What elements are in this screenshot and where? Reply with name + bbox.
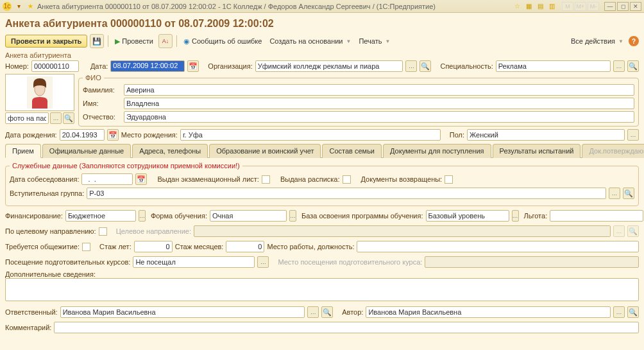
data-field[interactable]: 08.07.2009 12:00:02 (110, 60, 185, 72)
docs-returned-checkbox[interactable] (445, 175, 453, 184)
sex-picker[interactable]: … (627, 129, 639, 141)
target-checkbox[interactable] (99, 227, 107, 236)
mplus-button[interactable]: M+ (575, 2, 586, 11)
prep-visit-picker[interactable]: … (257, 256, 269, 268)
sex-label: Пол: (450, 131, 464, 139)
form-field[interactable] (210, 210, 287, 222)
calc-icon[interactable]: ▥ (547, 2, 557, 11)
dob-picker[interactable]: 📅 (107, 129, 119, 141)
author-field[interactable] (366, 306, 611, 318)
help-button[interactable]: ? (629, 36, 639, 46)
chevron-down-icon: ▼ (385, 39, 390, 44)
title-bar: 1c ▾ ★ Анкета абитуриента 000000110 от 0… (0, 0, 644, 13)
extra-textarea[interactable] (5, 278, 639, 301)
org-field[interactable] (255, 60, 403, 72)
months-field[interactable] (226, 241, 264, 252)
familia-label: Фамилия: (83, 86, 121, 94)
base-field[interactable] (426, 210, 509, 222)
create-based-button[interactable]: Создать на основании▼ (267, 36, 353, 46)
sex-field[interactable] (467, 129, 625, 141)
responsible-search[interactable]: 🔍 (321, 306, 333, 318)
group-label: Анкета абитуриента (5, 51, 639, 59)
job-field[interactable] (357, 241, 639, 252)
prep-place-field (425, 256, 639, 268)
minimize-button[interactable]: — (604, 2, 616, 11)
interview-date-picker[interactable]: 📅 (135, 173, 147, 185)
exam-list-label: Выдан экзаменационный лист: (157, 175, 258, 183)
photo-picker[interactable]: … (50, 112, 62, 124)
photo-caption-field[interactable] (5, 112, 49, 124)
birthplace-field[interactable] (180, 129, 441, 141)
raspiska-checkbox[interactable] (343, 175, 351, 184)
tab-education[interactable]: Образование и воинский учет (209, 144, 321, 158)
years-label: Стаж лет: (99, 243, 131, 250)
comment-field[interactable] (54, 322, 639, 333)
report-error-button[interactable]: ◉Сообщить об ошибке (181, 36, 264, 47)
fav-star-icon[interactable]: ☆ (512, 2, 522, 11)
interview-date-field[interactable] (81, 173, 133, 185)
spec-field[interactable] (496, 60, 611, 72)
calendar-picker[interactable]: 📅 (187, 60, 199, 72)
provesti-button[interactable]: ▶Провести (112, 36, 156, 47)
base-picker[interactable]: … (512, 210, 519, 222)
mminus-button[interactable]: M- (588, 2, 599, 11)
author-picker[interactable]: … (613, 306, 625, 318)
otchestvo-field[interactable] (124, 111, 634, 123)
dorm-checkbox[interactable] (82, 243, 90, 251)
m-button[interactable]: M (562, 2, 573, 11)
tab-results[interactable]: Результаты испытаний (493, 144, 581, 158)
fin-field[interactable] (65, 210, 136, 222)
provesti-zakryt-button[interactable]: Провести и закрыть (5, 35, 87, 48)
lgota-field[interactable] (550, 210, 643, 222)
tab-official[interactable]: Официальные данные (42, 144, 131, 158)
search-icon: 🔍 (629, 227, 638, 236)
author-search[interactable]: 🔍 (627, 306, 639, 318)
chevron-down-icon: ▼ (618, 39, 623, 44)
list-icon[interactable]: ▤ (535, 2, 545, 11)
spec-search[interactable]: 🔍 (627, 60, 639, 72)
responsible-field[interactable] (60, 306, 305, 318)
exam-list-checkbox[interactable] (262, 175, 270, 184)
responsible-picker[interactable]: … (307, 306, 319, 318)
spec-picker[interactable]: … (613, 60, 625, 72)
org-label: Организация: (208, 62, 252, 70)
print-button[interactable]: Печать▼ (356, 36, 393, 46)
birthplace-label: Место рождения: (121, 131, 178, 139)
years-field[interactable] (134, 241, 173, 252)
tab-addresses[interactable]: Адреса, телефоны (132, 144, 208, 158)
fin-picker[interactable]: … (139, 210, 146, 222)
floppy-icon: 💾 (92, 37, 101, 46)
star-icon[interactable]: ★ (26, 2, 35, 11)
nomer-field[interactable] (31, 60, 79, 72)
dob-field[interactable] (60, 129, 105, 141)
vstup-group-picker[interactable]: … (609, 188, 620, 199)
vstup-group-field[interactable] (87, 188, 606, 199)
grid-icon[interactable]: ▦ (523, 2, 534, 11)
sort-button[interactable]: A↓ (158, 34, 173, 48)
dropdown-icon[interactable]: ▾ (14, 2, 23, 11)
tab-priem[interactable]: Прием (5, 144, 41, 158)
familia-field[interactable] (124, 84, 634, 96)
raspiska-label: Выдана расписка: (280, 175, 340, 183)
dorm-label: Требуется общежитие: (5, 243, 80, 250)
save-button[interactable]: 💾 (90, 34, 104, 48)
all-actions-button[interactable]: Все действия▼ (568, 36, 626, 46)
tab-family[interactable]: Состав семьи (322, 144, 382, 158)
prep-visit-field[interactable] (133, 256, 255, 268)
nomer-label: Номер: (5, 62, 29, 70)
org-search[interactable]: 🔍 (419, 60, 431, 72)
photo-search[interactable]: 🔍 (63, 112, 74, 124)
tab-docs-lgota[interactable]: Док.потверждающие льготу (582, 144, 644, 158)
service-group: Служебные данные (Заполняются сотруднико… (5, 162, 639, 206)
imya-field[interactable] (124, 98, 634, 109)
form-label: Форма обучения: (151, 212, 207, 220)
close-button[interactable]: ✕ (630, 2, 641, 11)
vstup-group-label: Вступительная группа: (10, 189, 84, 197)
responsible-label: Ответственный: (5, 308, 58, 316)
org-picker[interactable]: … (405, 60, 417, 72)
maximize-button[interactable]: ◻ (617, 2, 629, 11)
form-picker[interactable]: … (289, 210, 296, 222)
vstup-group-search[interactable]: 🔍 (623, 188, 634, 199)
otchestvo-label: Отчество: (83, 113, 121, 121)
tab-docs-admission[interactable]: Документы для поступления (383, 144, 491, 158)
